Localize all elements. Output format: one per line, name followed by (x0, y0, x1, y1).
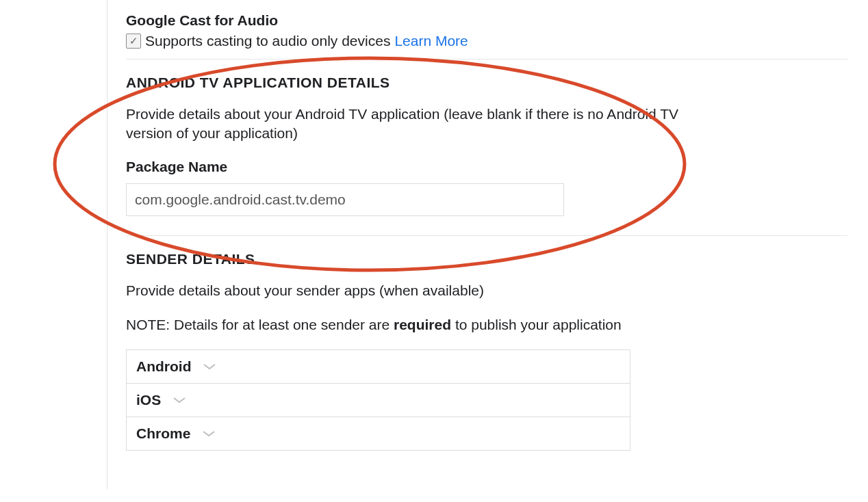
divider (126, 235, 847, 236)
left-divider (107, 0, 107, 489)
chevron-down-icon (172, 396, 187, 404)
package-name-label: Package Name (126, 159, 847, 175)
sender-platform-list: Android iOS Chrome (126, 349, 630, 451)
sender-description: Provide details about your sender apps (… (126, 281, 722, 300)
android-tv-header: ANDROID TV APPLICATION DETAILS (126, 75, 847, 91)
cast-audio-title: Google Cast for Audio (126, 12, 847, 29)
audio-support-checkbox[interactable]: ✓ (126, 34, 141, 49)
sender-row-label: Chrome (136, 425, 190, 442)
divider (126, 59, 847, 60)
sender-header: SENDER DETAILS (126, 251, 847, 267)
sender-row-label: Android (136, 358, 191, 375)
chevron-down-icon (202, 362, 217, 371)
package-name-value: com.google.android.cast.tv.demo (135, 191, 346, 208)
chevron-down-icon (201, 430, 216, 438)
android-tv-description: Provide details about your Android TV ap… (126, 105, 722, 144)
sender-row-label: iOS (136, 392, 161, 408)
sender-row-ios[interactable]: iOS (127, 383, 630, 417)
audio-support-label: Supports casting to audio only devices (145, 33, 390, 49)
sender-note: NOTE: Details for at least one sender ar… (126, 315, 722, 334)
sender-row-android[interactable]: Android (127, 350, 630, 383)
package-name-input[interactable]: com.google.android.cast.tv.demo (126, 183, 564, 216)
sender-row-chrome[interactable]: Chrome (127, 417, 630, 450)
learn-more-link[interactable]: Learn More (394, 33, 468, 49)
